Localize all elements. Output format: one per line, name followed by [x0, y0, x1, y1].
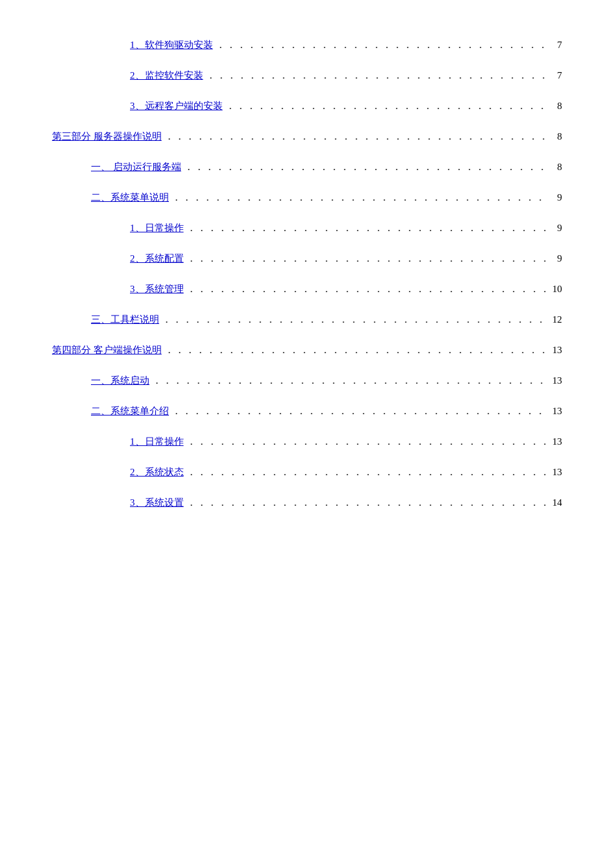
toc-entry: 一、 启动运行服务端．．．．．．．．．．．．．．．．．．．．．．．．．．．．．．…: [52, 161, 562, 173]
toc-dots: ．．．．．．．．．．．．．．．．．．．．．．．．．．．．．．．．．．．．．．．．…: [164, 130, 546, 143]
toc-dots: ．．．．．．．．．．．．．．．．．．．．．．．．．．．．．．．．．．．．．．．．…: [152, 375, 546, 387]
toc-page-number: 9: [549, 253, 562, 264]
toc-page-number: 8: [549, 101, 562, 112]
toc-dots: ．．．．．．．．．．．．．．．．．．．．．．．．．．．．．．．．．．．．．．．．…: [172, 192, 546, 204]
toc-entry: 二、系统菜单说明．．．．．．．．．．．．．．．．．．．．．．．．．．．．．．．．…: [52, 192, 562, 204]
toc-entry: 2、系统配置．．．．．．．．．．．．．．．．．．．．．．．．．．．．．．．．．．…: [52, 253, 562, 265]
toc-entry: 第三部分 服务器操作说明．．．．．．．．．．．．．．．．．．．．．．．．．．．．…: [52, 130, 562, 143]
toc-entry: 3、远程客户端的安装．．．．．．．．．．．．．．．．．．．．．．．．．．．．．．…: [52, 100, 562, 112]
toc-link[interactable]: 3、远程客户端的安装: [130, 100, 223, 112]
toc-link[interactable]: 二、系统菜单说明: [91, 192, 169, 204]
toc-link[interactable]: 一、 启动运行服务端: [91, 161, 181, 173]
toc-entry: 1、软件狗驱动安装．．．．．．．．．．．．．．．．．．．．．．．．．．．．．．．…: [52, 39, 562, 51]
toc-dots: ．．．．．．．．．．．．．．．．．．．．．．．．．．．．．．．．．．．．．．．．…: [206, 69, 547, 82]
toc-page-number: 13: [549, 345, 562, 356]
toc-entry: 2、系统状态．．．．．．．．．．．．．．．．．．．．．．．．．．．．．．．．．．…: [52, 466, 562, 478]
toc-link[interactable]: 2、系统状态: [130, 466, 184, 478]
table-of-contents: 1、软件狗驱动安装．．．．．．．．．．．．．．．．．．．．．．．．．．．．．．．…: [52, 26, 562, 509]
toc-entry: 2、监控软件安装．．．．．．．．．．．．．．．．．．．．．．．．．．．．．．．．…: [52, 69, 562, 82]
toc-link[interactable]: 1、软件狗驱动安装: [130, 39, 213, 51]
toc-page-number: 13: [549, 375, 562, 386]
toc-entry: 第四部分 客户端操作说明．．．．．．．．．．．．．．．．．．．．．．．．．．．．…: [52, 344, 562, 356]
toc-dots: ．．．．．．．．．．．．．．．．．．．．．．．．．．．．．．．．．．．．．．．．…: [216, 39, 547, 51]
toc-page-number: 13: [549, 406, 562, 417]
toc-dots: ．．．．．．．．．．．．．．．．．．．．．．．．．．．．．．．．．．．．．．．．…: [164, 344, 546, 356]
toc-dots: ．．．．．．．．．．．．．．．．．．．．．．．．．．．．．．．．．．．．．．．．…: [186, 253, 547, 265]
toc-entry: 一、系统启动．．．．．．．．．．．．．．．．．．．．．．．．．．．．．．．．．．…: [52, 375, 562, 387]
toc-page-number: 13: [549, 467, 562, 478]
toc-entry: 1、日常操作．．．．．．．．．．．．．．．．．．．．．．．．．．．．．．．．．．…: [52, 436, 562, 448]
toc-dots: ．．．．．．．．．．．．．．．．．．．．．．．．．．．．．．．．．．．．．．．．…: [186, 283, 547, 295]
toc-link[interactable]: 1、日常操作: [130, 436, 184, 448]
toc-link[interactable]: 2、系统配置: [130, 253, 184, 265]
toc-page-number: 12: [549, 314, 562, 325]
toc-page-number: 10: [549, 284, 562, 295]
toc-dots: ．．．．．．．．．．．．．．．．．．．．．．．．．．．．．．．．．．．．．．．．…: [186, 497, 547, 509]
toc-page-number: 9: [549, 192, 562, 203]
toc-link[interactable]: 3、系统设置: [130, 497, 184, 509]
toc-link[interactable]: 二、系统菜单介绍: [91, 405, 169, 417]
toc-page-number: 8: [549, 162, 562, 173]
toc-dots: ．．．．．．．．．．．．．．．．．．．．．．．．．．．．．．．．．．．．．．．．…: [172, 405, 546, 417]
toc-link[interactable]: 2、监控软件安装: [130, 69, 203, 82]
toc-dots: ．．．．．．．．．．．．．．．．．．．．．．．．．．．．．．．．．．．．．．．．…: [186, 222, 547, 234]
toc-entry: 二、系统菜单介绍．．．．．．．．．．．．．．．．．．．．．．．．．．．．．．．．…: [52, 405, 562, 417]
toc-entry: 3、系统设置．．．．．．．．．．．．．．．．．．．．．．．．．．．．．．．．．．…: [52, 497, 562, 509]
toc-entry: 三、工具栏说明．．．．．．．．．．．．．．．．．．．．．．．．．．．．．．．．．…: [52, 314, 562, 326]
toc-dots: ．．．．．．．．．．．．．．．．．．．．．．．．．．．．．．．．．．．．．．．．…: [225, 100, 547, 112]
toc-page-number: 7: [549, 70, 562, 81]
toc-link[interactable]: 一、系统启动: [91, 375, 149, 387]
toc-link[interactable]: 1、日常操作: [130, 222, 184, 234]
toc-page-number: 14: [549, 497, 562, 508]
toc-link[interactable]: 第四部分 客户端操作说明: [52, 344, 162, 356]
toc-dots: ．．．．．．．．．．．．．．．．．．．．．．．．．．．．．．．．．．．．．．．．…: [184, 161, 546, 173]
toc-page-number: 13: [549, 436, 562, 447]
toc-page-number: 8: [549, 131, 562, 142]
toc-entry: 1、日常操作．．．．．．．．．．．．．．．．．．．．．．．．．．．．．．．．．．…: [52, 222, 562, 234]
toc-entry: 3、系统管理．．．．．．．．．．．．．．．．．．．．．．．．．．．．．．．．．．…: [52, 283, 562, 295]
toc-link[interactable]: 三、工具栏说明: [91, 314, 159, 326]
toc-link[interactable]: 第三部分 服务器操作说明: [52, 130, 162, 143]
toc-dots: ．．．．．．．．．．．．．．．．．．．．．．．．．．．．．．．．．．．．．．．．…: [186, 436, 547, 448]
toc-link[interactable]: 3、系统管理: [130, 283, 184, 295]
toc-page-number: 7: [549, 40, 562, 51]
toc-dots: ．．．．．．．．．．．．．．．．．．．．．．．．．．．．．．．．．．．．．．．．…: [162, 314, 546, 326]
toc-dots: ．．．．．．．．．．．．．．．．．．．．．．．．．．．．．．．．．．．．．．．．…: [186, 466, 547, 478]
toc-page-number: 9: [549, 223, 562, 234]
